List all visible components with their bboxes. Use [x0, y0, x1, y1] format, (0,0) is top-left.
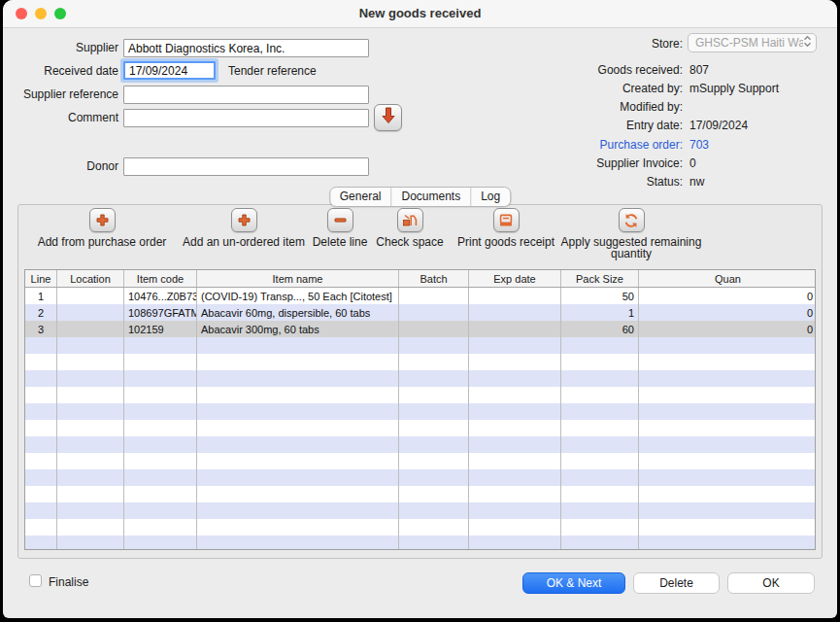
cell-line: [25, 354, 57, 370]
cell-batch: [399, 519, 469, 536]
toolbar-button-label: Apply suggested remaining quantity: [539, 236, 723, 259]
cell-item-name: Abacavir 60mg, dispersible, 60 tabs: [197, 304, 399, 321]
cell-quan: [639, 519, 816, 536]
table-row-empty: [25, 387, 815, 403]
cell-location: [57, 354, 124, 370]
cell-item-name: [197, 486, 399, 502]
cell-item-code: 102159: [124, 321, 197, 337]
cell-location: [57, 453, 124, 469]
cell-line: [25, 387, 57, 403]
cell-quan: [639, 469, 816, 486]
cell-location: [57, 304, 124, 321]
cell-quan: [639, 502, 816, 519]
expand-comment-button[interactable]: [374, 104, 402, 131]
column-header-line[interactable]: Line: [25, 270, 57, 287]
tab-general[interactable]: General: [330, 188, 391, 206]
cell-item-name: [197, 469, 399, 486]
finalise-checkbox[interactable]: [29, 574, 42, 587]
cell-location: [57, 288, 124, 304]
toolbar-button-apply-suggested-remaining-quantity[interactable]: Apply suggested remaining quantity: [539, 208, 723, 259]
delete-button[interactable]: Delete: [633, 572, 720, 594]
cell-line: [25, 486, 57, 502]
column-header-pack-size[interactable]: Pack Size: [561, 270, 639, 287]
cell-location: [57, 436, 124, 453]
cell-item-name: [197, 337, 399, 354]
add-icon: [231, 208, 257, 232]
cell-location: [57, 337, 124, 354]
cell-exp-date: [469, 354, 561, 370]
goods-received-window: New goods received Supplier Received dat…: [3, 0, 837, 618]
cell-item-code: [124, 486, 197, 502]
cell-pack-size: 1: [561, 304, 639, 321]
cell-line: [25, 420, 57, 436]
cell-line: 2: [25, 304, 57, 321]
cell-line: 1: [25, 288, 57, 304]
table-row-empty: [25, 453, 815, 469]
goods-received-lines-table: LineLocationItem codeItem nameBatchExp d…: [24, 269, 816, 550]
table-row-empty: [25, 502, 815, 519]
add-icon: [89, 208, 116, 232]
finalise-label: Finalise: [49, 575, 88, 589]
cell-item-name: [197, 387, 399, 403]
purchase-order-link[interactable]: 703: [689, 138, 709, 152]
cell-item-name: (COVID-19) Transp..., 50 Each [Citotest]: [197, 288, 399, 304]
cell-item-code: [124, 502, 197, 519]
cell-pack-size: [561, 519, 639, 536]
cell-quan: [639, 337, 816, 354]
title-bar: New goods received: [3, 0, 837, 28]
cell-exp-date: [469, 337, 561, 354]
cell-exp-date: [469, 453, 561, 469]
cell-quan: [639, 436, 816, 453]
cell-item-code: [124, 403, 197, 420]
chevron-updown-icon: [803, 34, 812, 52]
tab-documents[interactable]: Documents: [390, 188, 470, 206]
table-row[interactable]: 2108697GFATMAbacavir 60mg, dispersible, …: [25, 304, 815, 321]
column-header-exp-date[interactable]: Exp date: [469, 270, 561, 287]
store-select[interactable]: GHSC-PSM Haiti War...: [688, 33, 817, 52]
donor-input[interactable]: [123, 157, 369, 176]
tab-log[interactable]: Log: [470, 188, 510, 206]
cell-line: [25, 453, 57, 469]
cell-pack-size: [561, 436, 639, 453]
cell-item-code: 108697GFATM: [124, 304, 197, 321]
refresh-icon: [619, 208, 645, 232]
column-header-batch[interactable]: Batch: [399, 270, 469, 287]
cell-line: [25, 469, 57, 486]
cell-item-code: [124, 370, 197, 387]
cell-quan: [639, 486, 816, 502]
cell-pack-size: [561, 337, 639, 354]
cell-pack-size: [561, 536, 639, 550]
column-header-item-code[interactable]: Item code: [124, 270, 197, 287]
column-header-item-name[interactable]: Item name: [197, 270, 399, 287]
supplier-reference-input[interactable]: [123, 86, 369, 104]
ok-next-button[interactable]: OK & Next: [522, 572, 625, 594]
supplier-invoice-value: 0: [689, 156, 696, 170]
ok-button[interactable]: OK: [727, 572, 815, 594]
cell-batch: [399, 288, 469, 304]
cell-line: [25, 436, 57, 453]
cell-item-code: [124, 436, 197, 453]
toolbar-button-add-from-purchase-order[interactable]: Add from purchase order: [19, 208, 185, 248]
column-header-quan[interactable]: Quan: [639, 270, 816, 287]
cell-line: [25, 337, 57, 354]
table-row[interactable]: 110476...Z0B73(COVID-19) Transp..., 50 E…: [25, 288, 815, 304]
tender-reference-label: Tender reference: [228, 64, 317, 78]
created-by-label: Created by:: [547, 82, 683, 95]
cell-quan: [639, 420, 816, 436]
cell-exp-date: [469, 288, 561, 304]
cell-location: [57, 502, 124, 519]
status-label: Status:: [547, 175, 683, 189]
supplier-input[interactable]: [123, 39, 369, 57]
cell-location: [57, 387, 124, 403]
comment-input[interactable]: [123, 109, 369, 127]
cell-batch: [399, 387, 469, 403]
table-row-empty: [25, 420, 815, 436]
column-header-location[interactable]: Location: [57, 270, 124, 287]
received-date-input[interactable]: [123, 61, 216, 80]
cell-line: [25, 536, 57, 550]
table-row-empty: [25, 354, 815, 370]
cell-quan: [639, 453, 816, 469]
table-row[interactable]: 3102159Abacavir 300mg, 60 tabs600: [25, 321, 815, 337]
cell-location: [57, 469, 124, 486]
cell-pack-size: [561, 420, 639, 436]
